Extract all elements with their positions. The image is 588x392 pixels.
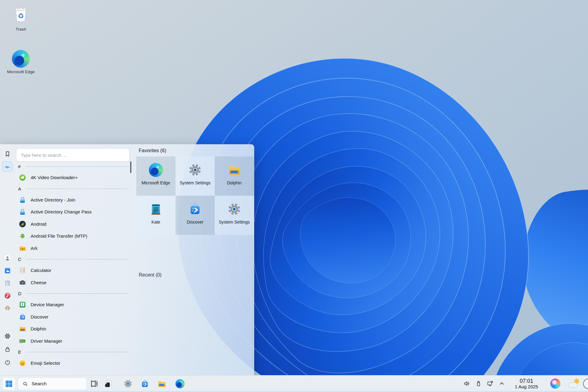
taskbar-theme-switcher-button[interactable]	[103, 378, 114, 390]
downloader-icon	[19, 174, 26, 181]
favorite-tile[interactable]: Discover	[175, 196, 215, 235]
camera-icon	[19, 279, 26, 286]
search-icon	[22, 381, 28, 387]
discover-icon	[188, 202, 202, 216]
sidebar-group-top	[0, 149, 15, 174]
app-label: Android	[31, 221, 47, 227]
tray-external-display-button[interactable]	[485, 379, 495, 389]
copilot-icon[interactable]	[550, 379, 560, 389]
sidebar-settings-button[interactable]	[2, 331, 13, 341]
app-list-item[interactable]: Active Directory - Join	[16, 194, 136, 206]
windows-logo-icon	[5, 380, 13, 388]
menu-sidebar	[0, 144, 15, 375]
app-list-item[interactable]: Emoji Selector	[16, 357, 136, 369]
app-section-letter: D	[16, 288, 136, 299]
search-input[interactable]	[16, 149, 130, 161]
taskbar-gear-button[interactable]	[122, 378, 134, 390]
app-list-item[interactable]: Device Manager	[16, 299, 136, 311]
favorite-tile[interactable]: System Settings	[175, 156, 215, 196]
desktop-icon-label: Microsoft Edge	[7, 70, 35, 74]
sidebar-music-button[interactable]	[2, 290, 13, 301]
favorite-tile-label: System Settings	[219, 219, 250, 225]
taskbar-edge-button[interactable]	[174, 378, 186, 390]
tray-chevron-up-button[interactable]	[496, 379, 507, 389]
app-list-item[interactable]: Discover	[16, 311, 136, 323]
section-divider	[26, 293, 129, 294]
edge-icon	[12, 50, 30, 68]
android-icon	[19, 232, 26, 240]
start-button[interactable]	[2, 377, 15, 390]
lock-blue-icon	[19, 208, 26, 216]
sidebar-power-button[interactable]	[2, 357, 13, 368]
app-label: Emoji Selector	[31, 360, 60, 366]
folder-icon	[19, 325, 26, 333]
sidebar-activity-button[interactable]	[2, 161, 13, 172]
sidebar-bookmarks-button[interactable]	[2, 149, 13, 159]
emoji-icon	[19, 359, 26, 367]
weather-icon[interactable]	[568, 379, 579, 388]
app-list-item[interactable]: Active Directory Change Pass	[16, 206, 136, 218]
screen-edge-partial-icon	[583, 379, 588, 389]
taskbar-folder-button[interactable]	[156, 378, 168, 390]
section-divider	[26, 189, 129, 189]
discover-icon	[19, 313, 26, 321]
app-label: Device Manager	[31, 302, 64, 307]
section-divider	[26, 352, 129, 352]
sidebar-group-middle	[0, 253, 15, 315]
menu-app-list-column: # 4K Video Downloader+ A Active Director…	[15, 144, 136, 375]
taskbar-clock[interactable]: 07:01 1 Aug 2025	[509, 378, 544, 390]
app-label: Calculator	[31, 268, 51, 273]
app-list-item[interactable]: Dolphin	[16, 323, 136, 335]
app-list: # 4K Video Downloader+ A Active Director…	[16, 161, 136, 369]
trash-icon: ♻	[11, 4, 31, 25]
section-divider	[26, 166, 129, 167]
favorite-tile[interactable]: Microsoft Edge	[136, 156, 175, 196]
tray-volume-button[interactable]	[462, 379, 472, 389]
sidebar-lock-button[interactable]	[2, 344, 13, 354]
sidebar-pictures-button[interactable]	[2, 265, 13, 276]
device-manager-icon	[19, 301, 26, 308]
app-section-letter: #	[16, 161, 136, 172]
app-list-item[interactable]: Ark	[16, 242, 136, 254]
app-list-item[interactable]: Android File Transfer (MTP)	[16, 230, 136, 242]
app-section-letter: E	[16, 347, 136, 357]
clock-date: 1 Aug 2025	[515, 384, 538, 390]
app-list-scrollbar[interactable]	[130, 161, 131, 173]
recent-header: Recent (0)	[139, 272, 254, 278]
taskbar-discover-button[interactable]	[139, 378, 151, 390]
archive-icon	[19, 244, 26, 252]
desktop-icon-label: Trash	[16, 27, 26, 32]
favorite-tile[interactable]: Kate	[136, 196, 175, 235]
favorite-tile-label: Microsoft Edge	[140, 180, 172, 186]
app-label: Android File Transfer (MTP)	[31, 233, 87, 239]
favorite-tile-label: Dolphin	[219, 180, 250, 186]
favorites-grid: Microsoft Edge System Settings Dolphin K…	[136, 156, 254, 235]
android-dark-icon	[19, 220, 26, 228]
menu-favorites-panel: Favorites (6) Microsoft Edge System Sett…	[136, 144, 254, 375]
app-list-item[interactable]: Cheese	[16, 277, 136, 289]
taskbar: Search 07:01 1 Aug 2025	[0, 375, 588, 392]
favorite-tile-label: Discover	[179, 219, 211, 225]
app-list-item[interactable]: 4K Video Downloader+	[16, 172, 136, 184]
sidebar-home-button[interactable]	[2, 303, 13, 313]
app-list-item[interactable]: Android	[16, 218, 136, 230]
app-label: Discover	[31, 314, 48, 319]
app-label: 4K Video Downloader+	[31, 175, 78, 180]
taskbar-task-view-button[interactable]	[89, 378, 100, 390]
taskbar-search[interactable]: Search	[18, 378, 87, 390]
taskbar-pinned-apps	[87, 378, 186, 390]
gear-icon	[188, 163, 202, 177]
sidebar-user-button[interactable]	[2, 253, 13, 263]
app-list-item[interactable]: Calculator	[16, 264, 136, 277]
tray-usb-device-button[interactable]	[473, 379, 484, 389]
app-list-item[interactable]: Driver Manager	[16, 335, 136, 347]
desktop-icon-microsoft-edge[interactable]: Microsoft Edge	[6, 50, 36, 74]
desktop-icon-trash[interactable]: ♻ Trash	[6, 4, 36, 32]
svg-text:♻: ♻	[18, 12, 24, 20]
section-divider	[26, 259, 129, 259]
favorite-tile[interactable]: System Settings	[215, 196, 254, 235]
sidebar-documents-button[interactable]	[2, 278, 13, 288]
favorite-tile[interactable]: Dolphin	[215, 156, 254, 196]
app-label: Active Directory Change Pass	[31, 209, 92, 214]
favorite-tile-label: Kate	[140, 219, 172, 225]
